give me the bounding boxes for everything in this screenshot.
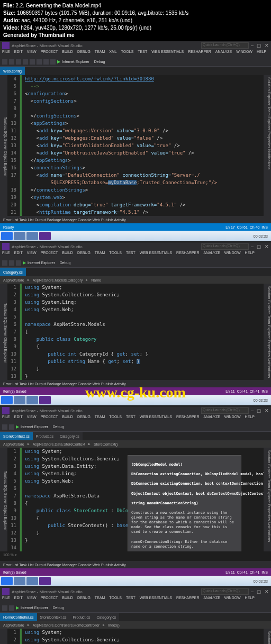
undo-icon[interactable] <box>43 59 49 65</box>
minimize-icon[interactable]: – <box>251 589 254 594</box>
bc-member[interactable]: Name <box>91 278 101 282</box>
quick-launch-input[interactable]: Quick Launch (Ctrl+Q) <box>201 243 249 250</box>
taskbar-explorer[interactable] <box>26 232 38 240</box>
code-area[interactable]: http://go.microsoft.com/fwlink/?LinkId=3… <box>20 75 264 216</box>
close-icon[interactable]: ✕ <box>265 43 269 48</box>
bc-class[interactable]: AspNetStore.Models.Category <box>33 278 83 282</box>
minimize-icon[interactable]: – <box>251 43 254 48</box>
maximize-icon[interactable]: ▢ <box>257 408 261 413</box>
quick-launch-input[interactable]: Quick Launch (Ctrl+Q) <box>201 588 249 595</box>
save-all-icon[interactable] <box>37 59 42 65</box>
line-gutter: 1234567891011121314 <box>7 448 20 551</box>
menu-view[interactable]: VIEW <box>25 50 39 57</box>
new-icon[interactable] <box>16 59 21 65</box>
menu-file[interactable]: FILE <box>0 50 12 57</box>
nav-fwd-icon[interactable] <box>9 59 14 65</box>
meta-file-value: 2.2. Generating the Data Model.mp4 <box>15 3 101 8</box>
status-saved: Item(s) Saved <box>3 389 26 393</box>
left-rail[interactable]: Toolbox SQL Server Object Explorer <box>0 75 7 216</box>
right-rail[interactable]: Solution Explorer Team Explorer Properti… <box>264 75 271 216</box>
maximize-icon[interactable]: ▢ <box>257 43 261 48</box>
tab-category[interactable]: Category.cs <box>57 432 83 440</box>
undo-icon[interactable] <box>16 260 21 266</box>
vs-logo-icon <box>2 588 10 595</box>
window-title: AspNetStore - Microsoft Visual Studio <box>12 43 201 48</box>
window-title: AspNetStore - Microsoft Visual Studio <box>12 244 201 249</box>
bc-project[interactable]: AspNetStore <box>3 278 24 282</box>
zoom-indicator[interactable]: 100 % ▾ <box>0 551 271 561</box>
intellisense-tooltip: (DbCompiledModel model) DbConnection exi… <box>128 455 241 551</box>
bottom-tabs[interactable]: Error List Task List Output Package Mana… <box>0 216 271 223</box>
start-button[interactable] <box>1 577 13 585</box>
save-icon[interactable] <box>9 260 14 266</box>
quick-launch-input[interactable]: Quick Launch (Ctrl+Q) <box>201 407 249 414</box>
save-icon[interactable] <box>30 59 35 65</box>
line-gutter: 456789101112131415161718192021 <box>7 75 20 216</box>
close-icon[interactable]: ✕ <box>265 244 269 249</box>
menu-webess[interactable]: WEB ESSENTIALS <box>149 50 186 57</box>
bottom-tabs[interactable]: Error List Task List Output Package Mana… <box>0 561 271 568</box>
taskbar-explorer[interactable] <box>26 396 38 404</box>
menu-debug[interactable]: DEBUG <box>75 50 93 57</box>
vs-logo-icon <box>2 407 10 414</box>
redo-icon[interactable] <box>50 59 56 65</box>
tab-homecontroller[interactable]: HomeController.cs <box>0 613 37 621</box>
minimize-icon[interactable]: – <box>251 244 254 249</box>
status-ready: Ready <box>3 225 14 229</box>
quick-launch-input[interactable]: Quick Launch (Ctrl+Q) <box>201 42 249 49</box>
menu-project[interactable]: PROJECT <box>39 50 60 57</box>
close-icon[interactable]: ✕ <box>265 589 269 594</box>
menu-bar: FILEEDITVIEWPROJECTBUILDDEBUGTEAMXMLTOOL… <box>0 50 271 57</box>
menu-resharper[interactable]: RESHARPER <box>186 50 213 57</box>
menu-test[interactable]: TEST <box>136 50 149 57</box>
menu-xml[interactable]: XML <box>107 50 119 57</box>
menu-edit[interactable]: EDIT <box>12 50 25 57</box>
right-rail[interactable]: Solution Explorer Team Explorer Properti… <box>264 448 271 551</box>
tab-product[interactable]: Product.cs <box>33 432 57 440</box>
play-icon[interactable]: ▶ <box>57 59 60 64</box>
meta-video-value: h264, yuv420p, 1280x720, 1277 kb/s, 25.0… <box>21 25 151 31</box>
code-area[interactable]: using System; using System.Collections.G… <box>20 448 264 551</box>
meta-generated: Generated by Thumbnail me <box>3 32 74 38</box>
meta-audio-label: Audio: <box>3 17 20 23</box>
meta-video-label: Video: <box>3 25 19 31</box>
play-icon[interactable]: ▶ <box>23 260 26 265</box>
run-browser[interactable]: Internet Explorer <box>62 60 89 64</box>
left-rail[interactable]: Toolbox SQL Server Object Explorer <box>0 284 7 380</box>
vs-screenshot-2: AspNetStore - Microsoft Visual StudioQui… <box>0 242 271 406</box>
maximize-icon[interactable]: ▢ <box>257 244 261 249</box>
code-area[interactable]: using System; using System.Collections.G… <box>20 284 264 380</box>
vs-screenshot-4: AspNetStore - Microsoft Visual StudioQui… <box>0 587 271 644</box>
nav-back-icon[interactable] <box>2 59 7 65</box>
tab-storecontext[interactable]: StoreContext.cs <box>0 432 33 440</box>
config-debug[interactable]: Debug <box>94 60 105 64</box>
watermark-text: www.cg-ku.com <box>85 384 186 401</box>
menu-tools[interactable]: TOOLS <box>119 50 136 57</box>
open-icon[interactable] <box>23 59 28 65</box>
left-rail[interactable]: Toolbox SQL Server Object Explorer <box>0 448 7 551</box>
left-rail[interactable]: Toolbox SQL Server Object Explorer <box>0 629 7 644</box>
menu-analyze[interactable]: ANALYZE <box>213 50 234 57</box>
taskbar-vs[interactable] <box>39 396 51 404</box>
taskbar-ie[interactable] <box>14 232 25 240</box>
menu-build[interactable]: BUILD <box>60 50 75 57</box>
tab-category[interactable]: Category.cs <box>0 268 26 276</box>
maximize-icon[interactable]: ▢ <box>257 589 261 594</box>
start-button[interactable] <box>1 232 13 240</box>
taskbar-ie[interactable] <box>14 396 25 404</box>
start-button[interactable] <box>1 396 13 404</box>
menu-help[interactable]: HELP <box>255 50 268 57</box>
right-rail[interactable]: Solution Explorer Team Explorer Properti… <box>264 629 271 644</box>
close-icon[interactable]: ✕ <box>265 408 269 413</box>
code-area[interactable]: using System; using System.Collections.G… <box>20 629 264 644</box>
minimize-icon[interactable]: – <box>251 408 254 413</box>
toolbar: ▶Internet Explorer Debug <box>0 57 271 67</box>
right-rail[interactable]: Solution Explorer Team Explorer Properti… <box>264 284 271 380</box>
menu-team[interactable]: TEAM <box>93 50 107 57</box>
menu-window[interactable]: WINDOW <box>234 50 255 57</box>
taskbar-vs[interactable] <box>39 232 51 240</box>
nav-back-icon[interactable] <box>2 260 7 266</box>
tab-webconfig[interactable]: Web.config <box>0 67 25 75</box>
meta-audio-value: aac, 44100 Hz, 2 channels, s16, 251 kb/s… <box>21 17 132 23</box>
line-gutter: 12345678910111213 <box>7 284 20 380</box>
